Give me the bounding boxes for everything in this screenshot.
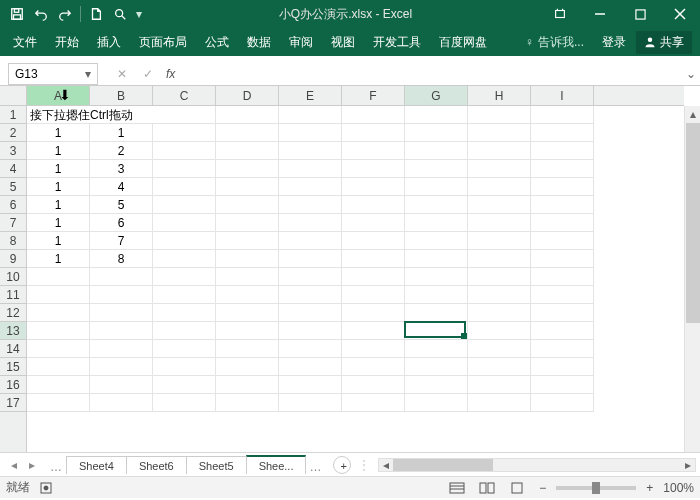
row-header-9[interactable]: 9 — [0, 250, 26, 268]
sheet-tab-0[interactable]: Sheet4 — [66, 456, 127, 474]
cell-b2[interactable]: 1 — [90, 124, 153, 142]
tab-baidu-cloud[interactable]: 百度网盘 — [430, 28, 496, 56]
cell[interactable] — [27, 340, 90, 358]
cell[interactable] — [90, 268, 153, 286]
zoom-slider-thumb[interactable] — [592, 482, 600, 494]
cell[interactable] — [531, 124, 594, 142]
sheet-more-right-button[interactable]: … — [305, 456, 325, 474]
cell[interactable] — [216, 160, 279, 178]
cell-a9[interactable]: 1 — [27, 250, 90, 268]
cell[interactable] — [153, 196, 216, 214]
cell[interactable] — [531, 358, 594, 376]
cell[interactable] — [279, 106, 342, 124]
cell[interactable] — [405, 124, 468, 142]
cell-b3[interactable]: 2 — [90, 142, 153, 160]
cell[interactable] — [531, 106, 594, 124]
cancel-formula-button[interactable]: ✕ — [110, 63, 134, 85]
minimize-button[interactable] — [580, 0, 620, 28]
cell[interactable] — [468, 214, 531, 232]
cell[interactable] — [216, 376, 279, 394]
cell[interactable] — [216, 124, 279, 142]
cell[interactable] — [531, 196, 594, 214]
cell[interactable] — [216, 196, 279, 214]
cell[interactable] — [279, 286, 342, 304]
share-button[interactable]: 共享 — [636, 31, 692, 54]
hscroll-left-button[interactable]: ◂ — [379, 458, 393, 472]
cell[interactable] — [153, 160, 216, 178]
tab-view[interactable]: 视图 — [322, 28, 364, 56]
zoom-level[interactable]: 100% — [663, 481, 694, 495]
col-header-e[interactable]: E — [279, 86, 342, 105]
row-header-17[interactable]: 17 — [0, 394, 26, 412]
cell[interactable] — [90, 286, 153, 304]
cell[interactable] — [468, 178, 531, 196]
cell[interactable] — [153, 250, 216, 268]
horizontal-scrollbar[interactable]: ◂ ▸ — [378, 458, 696, 472]
cell[interactable] — [468, 196, 531, 214]
row-header-12[interactable]: 12 — [0, 304, 26, 322]
formula-expand-button[interactable]: ⌄ — [682, 67, 700, 81]
cell[interactable] — [405, 358, 468, 376]
accept-formula-button[interactable]: ✓ — [136, 63, 160, 85]
cell[interactable] — [405, 196, 468, 214]
cell[interactable] — [153, 304, 216, 322]
cell[interactable] — [468, 268, 531, 286]
cell[interactable] — [468, 394, 531, 412]
cell[interactable] — [279, 376, 342, 394]
tab-review[interactable]: 审阅 — [280, 28, 322, 56]
tab-page-layout[interactable]: 页面布局 — [130, 28, 196, 56]
redo-button[interactable] — [54, 3, 76, 25]
row-header-2[interactable]: 2 — [0, 124, 26, 142]
cell[interactable] — [153, 232, 216, 250]
save-button[interactable] — [6, 3, 28, 25]
cell[interactable] — [216, 358, 279, 376]
cell[interactable] — [531, 304, 594, 322]
cell[interactable] — [342, 394, 405, 412]
cell[interactable] — [342, 304, 405, 322]
cell[interactable] — [405, 304, 468, 322]
col-header-d[interactable]: D — [216, 86, 279, 105]
cell-b4[interactable]: 3 — [90, 160, 153, 178]
row-header-3[interactable]: 3 — [0, 142, 26, 160]
cell[interactable] — [279, 142, 342, 160]
zoom-in-button[interactable]: + — [642, 481, 657, 495]
tell-me-search[interactable]: ♀ 告诉我... — [517, 34, 592, 51]
cell[interactable] — [216, 394, 279, 412]
zoom-slider[interactable] — [556, 486, 636, 490]
cell[interactable] — [468, 250, 531, 268]
cell[interactable] — [216, 322, 279, 340]
cell[interactable] — [153, 178, 216, 196]
cell[interactable] — [468, 160, 531, 178]
undo-button[interactable] — [30, 3, 52, 25]
cell[interactable] — [216, 232, 279, 250]
cell[interactable] — [531, 268, 594, 286]
cell[interactable] — [216, 268, 279, 286]
cell[interactable] — [216, 250, 279, 268]
cell[interactable] — [405, 106, 468, 124]
col-header-c[interactable]: C — [153, 86, 216, 105]
cell[interactable] — [279, 268, 342, 286]
cell[interactable] — [153, 394, 216, 412]
cell[interactable] — [90, 340, 153, 358]
cell[interactable] — [90, 376, 153, 394]
cell[interactable] — [90, 304, 153, 322]
cell[interactable] — [342, 250, 405, 268]
cell[interactable] — [153, 124, 216, 142]
cell[interactable] — [468, 358, 531, 376]
cell[interactable] — [279, 178, 342, 196]
cell[interactable] — [405, 142, 468, 160]
row-header-1[interactable]: 1 — [0, 106, 26, 124]
hscroll-thumb[interactable] — [393, 459, 493, 471]
cell[interactable] — [342, 268, 405, 286]
cell[interactable] — [153, 376, 216, 394]
cell[interactable] — [468, 376, 531, 394]
cell[interactable] — [342, 376, 405, 394]
cell-a5[interactable]: 1 — [27, 178, 90, 196]
cell[interactable] — [405, 268, 468, 286]
ribbon-options-button[interactable] — [540, 0, 580, 28]
tab-file[interactable]: 文件 — [4, 28, 46, 56]
cell[interactable] — [405, 322, 468, 340]
row-header-14[interactable]: 14 — [0, 340, 26, 358]
row-header-4[interactable]: 4 — [0, 160, 26, 178]
cell[interactable] — [27, 376, 90, 394]
